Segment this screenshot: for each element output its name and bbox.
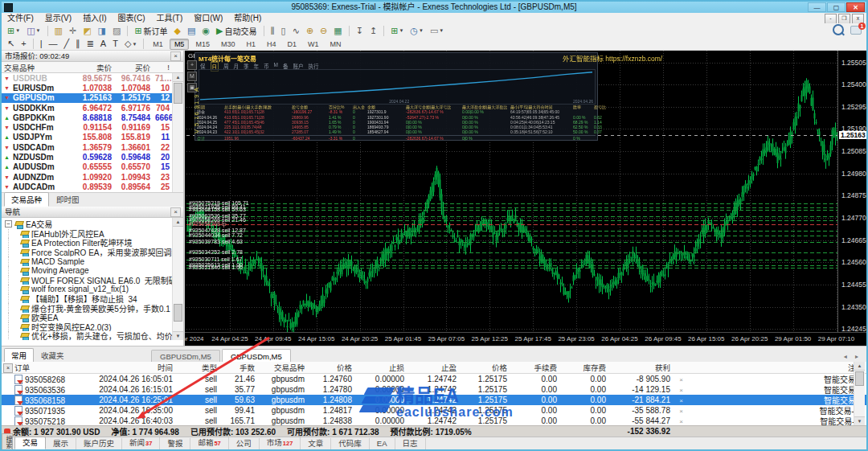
mw-tab-交易品种[interactable]: 交易品种: [4, 192, 49, 207]
indicators-arrow1[interactable]: ↧: [354, 24, 366, 38]
market-watch-scrollbar[interactable]: ▲: [172, 73, 183, 192]
market-row-AUDNZDm[interactable]: ▼AUDNZDm1.099201.0994323: [2, 172, 183, 182]
timeframe-W1[interactable]: W1: [303, 39, 324, 50]
mw-col-3[interactable]: !: [153, 63, 172, 72]
text-tool[interactable]: A: [98, 37, 108, 51]
orders-col-交易品种[interactable]: 交易品种: [258, 362, 308, 373]
orders-col-价格[interactable]: 价格: [460, 362, 510, 373]
nav-item[interactable]: Force ScalpRO EA，采用斐波那契回调线算: [2, 248, 183, 257]
terminal-tab-邮箱[interactable]: 邮箱57: [190, 437, 228, 449]
nav-item[interactable]: 时空变换风控EA2.0(3): [2, 322, 183, 332]
terminal-tab-公司[interactable]: 公司: [229, 438, 260, 449]
scroll-up-icon[interactable]: ▲: [173, 73, 183, 82]
menu-插入(I)[interactable]: 插入(I): [77, 13, 112, 23]
orders-col-手续费[interactable]: 手续费: [510, 362, 560, 373]
nav-item[interactable]: wolf forex signal_v12_fix(1): [2, 285, 183, 294]
market-row-USDDKKm[interactable]: ▼USDDKKm6.964726.97176704: [2, 103, 183, 113]
nav-item[interactable]: 欧美EA: [2, 313, 183, 322]
profiles-button[interactable]: ◫▼: [24, 24, 43, 38]
close-order-icon[interactable]: ×: [679, 408, 683, 415]
terminal-print-button[interactable]: ▤: [185, 24, 198, 38]
timeframe-M30[interactable]: M30: [216, 39, 240, 50]
menu-文件(F)[interactable]: 文件(F): [2, 13, 39, 23]
scroll-down-icon[interactable]: ▼: [173, 331, 183, 340]
market-row-AUDUSDm[interactable]: ▲AUDUSDm0.655550.6557015: [2, 162, 183, 172]
close-order-icon[interactable]: ×: [679, 418, 683, 425]
mw-tab-即时图[interactable]: 即时图: [49, 192, 87, 207]
tab-scroll-arrows[interactable]: ◂ ▸: [844, 353, 862, 360]
new-chart-button[interactable]: ⊞▼: [5, 24, 23, 38]
add-indicator-button[interactable]: ⊞▼: [388, 24, 406, 38]
timeframe-H4[interactable]: H4: [262, 39, 281, 50]
nav-item[interactable]: Moving Average: [2, 266, 183, 276]
menu-图表(C)[interactable]: 图表(C): [113, 13, 151, 23]
market-row-GBPDKKm[interactable]: ▲GBPDKKm8.688188.754846666: [2, 113, 183, 122]
label-tool[interactable]: T: [110, 37, 121, 51]
navigator-scrollbar[interactable]: ▲ ▼: [172, 218, 183, 340]
market-row-EURUSDm[interactable]: ▼EURUSDm1.070381.0704810: [2, 83, 183, 92]
mw-col-1[interactable]: 卖价: [76, 62, 114, 73]
nav-item[interactable]: EA Protection Filter乾坤环境: [2, 238, 183, 248]
scroll-up-icon[interactable]: ▲: [854, 362, 865, 371]
line-chart-button[interactable]: ∿: [290, 24, 302, 38]
orders-col-订单[interactable]: 订单: [11, 362, 78, 373]
nav-root-ea[interactable]: −EA交易: [2, 219, 183, 229]
chart-tab-1[interactable]: GBPUSDm,M5: [222, 349, 291, 363]
terminal-tab-警报[interactable]: 警报: [160, 438, 190, 449]
orders-col-时间[interactable]: 时间: [78, 362, 176, 373]
metaeditor-button[interactable]: ◆: [172, 24, 183, 38]
chart-tab-0[interactable]: GBPUSDm,M5: [151, 350, 220, 363]
navigator-close-icon[interactable]: ×: [170, 207, 181, 217]
terminal-tab-展示[interactable]: 展示: [46, 438, 76, 449]
mw-col-0[interactable]: 交易品种: [2, 62, 76, 73]
menu-显示(V)[interactable]: 显示(V): [39, 13, 77, 23]
nav-item[interactable]: 爆仓打我-黄金镑美欧美5分钟，手数0.1: [2, 303, 183, 313]
zoom-in-button[interactable]: ⊕: [304, 24, 316, 38]
orders-scrollbar[interactable]: ▲ ▼: [854, 362, 865, 425]
chart-area[interactable]: GBPUSDm,M5 +M▣ V 5.16 91.9 A 外汇智能指标 http…: [185, 51, 868, 346]
orders-col-手数[interactable]: 手数: [220, 362, 258, 373]
trendline-tool[interactable]: ╱: [62, 37, 72, 51]
timeframe-MN[interactable]: MN: [325, 39, 346, 50]
close-order-icon[interactable]: ×: [679, 397, 683, 404]
scroll-up-icon[interactable]: ▲: [173, 218, 183, 227]
market-row-USDCADm[interactable]: ▼USDCADm1.365791.3660122: [2, 142, 183, 152]
indicators-arrow2[interactable]: ↥: [367, 24, 379, 38]
timeframe-M15[interactable]: M15: [190, 39, 215, 50]
market-row-AUDCADm[interactable]: ▼AUDCADm0.895390.8956425: [2, 182, 183, 191]
close-order-icon[interactable]: ×: [679, 376, 683, 383]
terminal-tab-文章[interactable]: 文章: [301, 438, 331, 449]
nav-item[interactable]: 优化+移损，箭头建仓，亏损加仓、均价止盈: [2, 331, 183, 340]
orders-col-价格[interactable]: 价格: [308, 362, 355, 373]
terminal-tab-交易[interactable]: 交易: [14, 437, 46, 449]
nav-item[interactable]: MACD Sample: [2, 256, 183, 266]
templates-button[interactable]: ▭▼: [428, 24, 446, 38]
search-icon[interactable]: [833, 24, 844, 35]
strategy-tester-toggle[interactable]: ▨: [110, 24, 123, 38]
timeframe-D1[interactable]: D1: [282, 39, 301, 50]
shapes-tool[interactable]: ◇▼: [122, 37, 139, 51]
minimize-button[interactable]: —: [808, 2, 826, 12]
terminal-toggle[interactable]: ◨: [96, 24, 108, 38]
terminal-tab-日志[interactable]: 日志: [395, 438, 426, 449]
terminal-tab-代码库[interactable]: 代码库: [331, 438, 370, 449]
fibonacci-tool[interactable]: ≣: [84, 37, 96, 51]
terminal-tab-市场[interactable]: 市场127: [260, 437, 301, 449]
market-row-USDCHFm[interactable]: ▼USDCHFm0.911540.9116915: [2, 122, 183, 132]
timeframe-M1[interactable]: M1: [148, 39, 168, 50]
menu-帮助(H)[interactable]: 帮助(H): [228, 13, 267, 23]
channel-tool[interactable]: ∥: [73, 37, 83, 51]
timeframe-M5[interactable]: M5: [170, 39, 190, 50]
crosshair-tool[interactable]: +: [18, 37, 28, 51]
market-watch-close-icon[interactable]: ×: [170, 51, 181, 61]
menu-工具(T)[interactable]: 工具(T): [150, 13, 188, 23]
terminal-tab-账户历史[interactable]: 账户历史: [76, 438, 122, 449]
maximize-button[interactable]: ▢: [827, 2, 845, 12]
hline-tool[interactable]: —: [47, 37, 60, 51]
mw-col-2[interactable]: 买价: [114, 62, 153, 73]
nav-item[interactable]: [EAHub]外汇风控EA: [2, 229, 183, 239]
autotrading-button[interactable]: ▶自动交易: [214, 24, 259, 38]
candle-chart-button[interactable]: ▯: [279, 24, 289, 38]
nav-tab-收藏夹[interactable]: 收藏夹: [34, 348, 72, 363]
bar-chart-button[interactable]: ⫼: [268, 24, 277, 38]
